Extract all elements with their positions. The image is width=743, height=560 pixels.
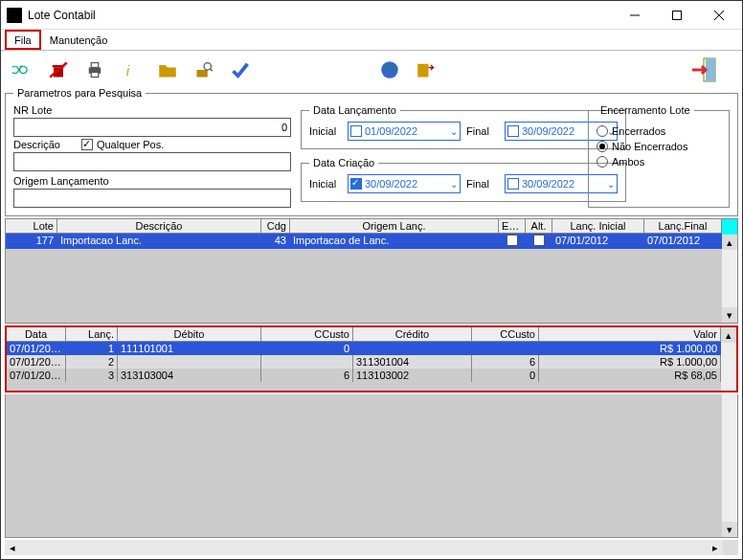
cell	[499, 234, 526, 249]
checkbox-icon[interactable]	[507, 178, 519, 190]
cell: 43	[261, 234, 290, 249]
svg-rect-22	[417, 64, 428, 78]
origem-input[interactable]	[13, 189, 291, 208]
cell: Importacao Lanc.	[57, 234, 261, 249]
descricao-input[interactable]	[13, 152, 291, 171]
table-row[interactable]: 07/01/2012 2 311301004 6 R$ 1.000,00	[7, 355, 721, 369]
alt-checkbox[interactable]	[533, 235, 545, 246]
lotes-grid: Lote Descrição Cdg Origem Lanç. Enc. Alt…	[5, 218, 738, 324]
cell	[472, 342, 539, 355]
cell: Importacao de Lanc.	[290, 234, 499, 249]
col-data[interactable]: Data	[7, 327, 66, 341]
print-icon[interactable]	[85, 60, 104, 79]
data-criacao-final-label: Final	[466, 178, 499, 190]
svg-text:i: i	[126, 64, 130, 78]
radio-label: Encerrados	[612, 125, 665, 137]
exit-icon[interactable]	[690, 56, 721, 83]
scroll-left-icon[interactable]: ◂	[5, 540, 20, 555]
col-enc[interactable]: Enc.	[499, 219, 526, 233]
data-lancamento-legend: Data Lançamento	[309, 104, 400, 116]
folder-icon[interactable]	[158, 60, 177, 79]
close-button[interactable]	[698, 2, 740, 29]
menu-manutencao[interactable]: Manutenção	[41, 30, 117, 50]
table-row[interactable]: 177 Importacao Lanc. 43 Importacao de La…	[6, 234, 722, 249]
lancamentos-grid: Data Lanç. Débito CCusto Crédito CCusto …	[7, 327, 736, 391]
col-lanc[interactable]: Lanç.	[66, 327, 118, 341]
cell: 6	[472, 355, 539, 369]
parametros-fieldset: Parametros para Pesquisa NR Lote Descriç…	[5, 87, 738, 216]
table-row[interactable]: 07/01/2012 1 111101001 0 R$ 1.000,00	[7, 342, 721, 355]
data-lanc-inicial-input[interactable]: 01/09/2022 ⌄	[348, 122, 461, 141]
col-lanc-final[interactable]: Lanç.Final	[644, 219, 722, 233]
checkbox-icon[interactable]	[507, 125, 519, 137]
chevron-down-icon[interactable]: ⌄	[450, 179, 458, 190]
cell: 07/01/2012	[644, 234, 722, 249]
col-cdg[interactable]: Cdg	[261, 219, 290, 233]
col-ccusto2[interactable]: CCusto	[472, 327, 539, 341]
scroll-up-icon[interactable]: ▴	[722, 235, 737, 250]
cell: 111101001	[118, 342, 261, 355]
vertical-scrollbar[interactable]: ▴ ▾	[722, 219, 737, 323]
date-value: 30/09/2022	[365, 178, 447, 190]
radio-label: Ambos	[612, 156, 644, 168]
col-descricao[interactable]: Descrição	[57, 219, 261, 233]
menubar: Fila Manutenção	[1, 30, 742, 51]
cell	[526, 234, 552, 249]
cell: 0	[261, 342, 353, 355]
col-credito[interactable]: Crédito	[353, 327, 472, 341]
scroll-down-icon[interactable]: ▾	[722, 307, 737, 323]
vertical-scrollbar[interactable]: ▴	[721, 327, 736, 391]
check-icon[interactable]	[231, 60, 250, 79]
col-debito[interactable]: Débito	[118, 327, 261, 341]
radio-nao-encerrados[interactable]: Não Encerrados	[597, 141, 721, 152]
descricao-label: Descrição	[13, 139, 60, 150]
svg-line-20	[210, 69, 213, 72]
checkbox-icon[interactable]	[350, 125, 362, 137]
data-criacao-inicial-input[interactable]: 30/09/2022 ⌄	[348, 174, 461, 193]
scroll-right-icon[interactable]: ▸	[708, 540, 723, 555]
chevron-down-icon[interactable]: ⌄	[450, 126, 458, 137]
globe-icon[interactable]	[380, 60, 399, 79]
toolbar: i	[5, 55, 738, 85]
col-lanc-inicial[interactable]: Lanç. Inicial	[552, 219, 644, 233]
info-icon[interactable]: i	[122, 60, 141, 79]
search-icon[interactable]	[194, 60, 214, 79]
col-valor[interactable]: Valor	[539, 327, 721, 341]
vertical-scrollbar[interactable]: ▾	[722, 394, 737, 537]
nr-lote-input[interactable]	[13, 118, 291, 137]
col-origem[interactable]: Origem Lanç.	[290, 219, 499, 233]
data-criacao-fieldset: Data Criação Inicial 30/09/2022 ⌄ Final	[301, 157, 626, 202]
export-icon[interactable]	[417, 60, 436, 79]
svg-rect-16	[91, 73, 99, 78]
cell	[118, 355, 261, 369]
col-alt[interactable]: Alt.	[526, 219, 552, 233]
svg-rect-18	[197, 70, 208, 78]
cell: 07/01/2012	[7, 369, 66, 382]
delete-icon[interactable]	[49, 60, 68, 79]
scroll-down-icon[interactable]: ▾	[722, 522, 737, 537]
checkbox-icon[interactable]	[350, 178, 362, 190]
window-title: Lote Contabil	[28, 9, 96, 22]
radio-encerrados[interactable]: Encerrados	[597, 125, 721, 137]
cell: 177	[6, 234, 57, 249]
data-lanc-final-label: Final	[466, 125, 499, 137]
cell: R$ 1.000,00	[539, 355, 721, 369]
parametros-legend: Parametros para Pesquisa	[13, 87, 146, 99]
origem-label: Origem Lançamento	[13, 175, 291, 187]
maximize-button[interactable]	[656, 2, 698, 29]
table-row[interactable]: 07/01/2012 3 313103004 6 113103002 0 R$ …	[7, 369, 721, 382]
minimize-button[interactable]	[614, 2, 656, 29]
scroll-up-icon[interactable]: ▴	[721, 327, 736, 343]
enc-checkbox[interactable]	[507, 235, 518, 246]
col-ccusto[interactable]: CCusto	[261, 327, 353, 341]
window: Lote Contabil Fila Manutenção i Parametr…	[0, 0, 743, 560]
qualquer-pos-checkbox[interactable]	[81, 139, 93, 150]
view-icon[interactable]	[12, 60, 32, 79]
radio-label: Não Encerrados	[612, 141, 688, 152]
radio-ambos[interactable]: Ambos	[597, 156, 721, 168]
cell: 113103002	[353, 369, 472, 382]
col-lote[interactable]: Lote	[6, 219, 57, 233]
data-lancamento-fieldset: Data Lançamento Inicial 01/09/2022 ⌄ Fin…	[301, 104, 626, 149]
menu-fila[interactable]: Fila	[5, 30, 41, 50]
horizontal-scrollbar[interactable]: ◂ ▸	[5, 540, 738, 555]
